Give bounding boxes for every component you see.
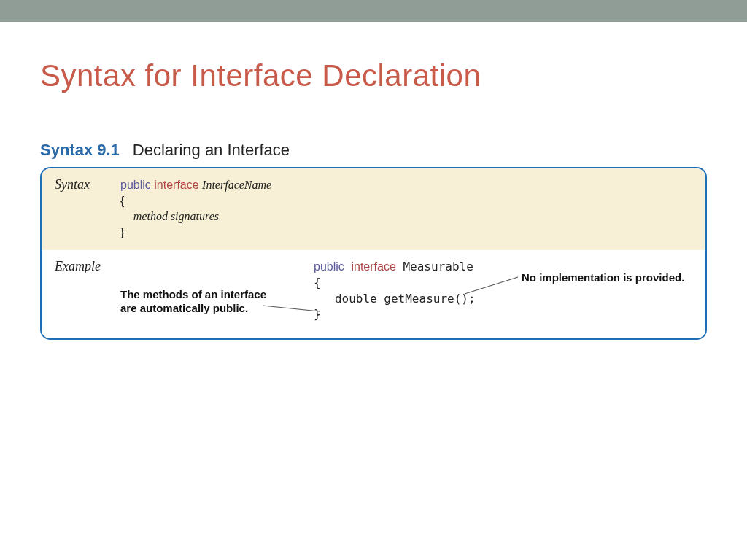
syntax-number: Syntax 9.1 (40, 141, 120, 159)
page-title: Syntax for Interface Declaration (40, 58, 707, 93)
brace-open: { (314, 276, 321, 289)
annotation-no-implementation: No implementation is provided. (522, 271, 684, 285)
brace-close: } (120, 226, 124, 238)
annotation-public-methods: The methods of an interface are automati… (120, 288, 281, 316)
slide-content: Syntax for Interface Declaration Syntax … (0, 22, 747, 340)
syntax-heading: Syntax 9.1 Declaring an Interface (40, 141, 707, 160)
interface-class-name: Measurable (403, 260, 473, 273)
example-code: public interface Measurable { double get… (314, 259, 476, 322)
example-method: double getMeasure(); (335, 292, 476, 306)
syntax-section: Syntax public interface InterfaceName { … (42, 168, 705, 250)
keyword-interface: interface (351, 260, 395, 273)
syntax-label: Syntax (55, 177, 120, 240)
keyword-public: public (120, 179, 151, 191)
example-section: Example public interface Measurable { do… (42, 250, 705, 338)
syntax-subtitle: Declaring an Interface (133, 141, 290, 159)
syntax-box: Syntax public interface InterfaceName { … (40, 167, 707, 340)
top-bar (0, 0, 747, 22)
brace-close: } (314, 307, 321, 321)
keyword-public: public (314, 260, 344, 273)
keyword-interface: interface (154, 179, 198, 191)
example-label: Example (55, 259, 120, 328)
example-wrap: public interface Measurable { double get… (120, 259, 692, 328)
interface-name-placeholder: InterfaceName (202, 179, 271, 191)
brace-open: { (120, 195, 124, 207)
method-signatures-placeholder: method signatures (133, 210, 219, 222)
syntax-code: public interface InterfaceName { method … (120, 177, 271, 240)
